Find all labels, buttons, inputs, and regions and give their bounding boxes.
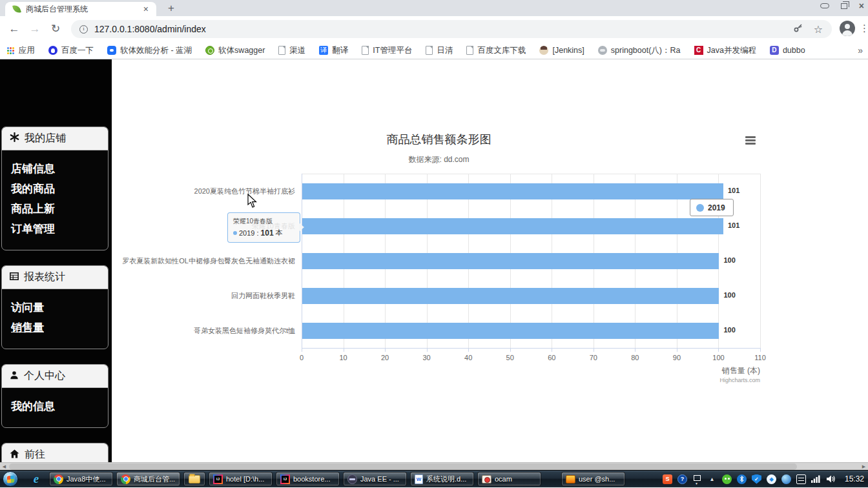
- sidebar-item[interactable]: 销售量: [11, 318, 99, 338]
- bar[interactable]: [302, 183, 723, 199]
- sidebar-item[interactable]: 访问量: [11, 298, 99, 318]
- signal-tray-icon[interactable]: [811, 474, 821, 484]
- browser-menu-icon[interactable]: ⋮: [860, 23, 868, 34]
- taskbar-button[interactable]: user @sh...: [561, 472, 625, 486]
- address-bar[interactable]: 127.0.0.1:8080/admin/index ☆: [71, 20, 832, 38]
- taskbar-button[interactable]: Java EE - ...: [343, 472, 407, 486]
- ie-icon[interactable]: e: [26, 472, 46, 486]
- sogou-tray-icon[interactable]: S: [663, 474, 672, 484]
- eclipse-icon: [347, 474, 357, 484]
- bookmarks-overflow-chevron[interactable]: »: [858, 45, 863, 56]
- bookmark-item[interactable]: 百度文库下载: [466, 45, 526, 56]
- chart-tooltip: 荣耀10青春版 2019: 101 本: [227, 212, 300, 243]
- windows-taskbar: eJava8中使...商城后台管...hotel [D:\h...booksto…: [0, 470, 868, 487]
- chart-legend[interactable]: 2019: [690, 199, 734, 216]
- help-tray-icon[interactable]: ?: [677, 474, 687, 484]
- bookmark-item[interactable]: IT管理平台: [362, 45, 412, 56]
- dubbo-icon: D: [770, 46, 779, 55]
- plot-top-border: [302, 174, 760, 174]
- taskbar-button[interactable]: Java8中使...: [49, 472, 113, 486]
- taskbar-button[interactable]: [183, 472, 205, 486]
- taskbar-button[interactable]: bookstore...: [276, 472, 340, 486]
- bookmark-item[interactable]: 百度一下: [48, 45, 94, 56]
- bar[interactable]: [302, 253, 719, 269]
- bar[interactable]: [302, 218, 723, 234]
- sidebar-item[interactable]: 订单管理: [11, 219, 99, 239]
- x-axis-tick-label: 30: [414, 354, 440, 361]
- clipboard-tray-icon[interactable]: [796, 474, 806, 484]
- start-button[interactable]: [3, 471, 18, 487]
- tooltip-category: 荣耀10青春版: [233, 217, 294, 226]
- category-label: 罗衣夏装新款知性OL中裙修身包臀灰色无袖通勤连衣裙: [113, 256, 295, 266]
- sidebar-item[interactable]: 我的商品: [11, 179, 99, 199]
- java-c-icon: C: [694, 46, 703, 55]
- password-key-icon[interactable]: [793, 23, 803, 36]
- window-restore-tray-icon[interactable]: [692, 474, 702, 484]
- sidebar-item[interactable]: 店铺信息: [11, 159, 99, 179]
- sidebar-item[interactable]: 我的信息: [11, 396, 99, 416]
- bookmark-item[interactable]: 应用: [6, 45, 35, 56]
- taskbar-button[interactable]: W系统说明.d...: [410, 472, 474, 486]
- bookmark-star-icon[interactable]: ☆: [814, 23, 823, 36]
- bookmark-item[interactable]: springboot(八)：Ra: [598, 45, 681, 56]
- volume-tray-icon[interactable]: [826, 474, 836, 484]
- taskbar-button[interactable]: 商城后台管...: [116, 472, 180, 486]
- browser-tab[interactable]: 商城后台管理系统 ×: [5, 2, 156, 16]
- section-header-label: 前往: [25, 448, 45, 462]
- section-header[interactable]: 前往: [2, 443, 108, 462]
- bookmark-item[interactable]: [Jenkins]: [539, 46, 584, 55]
- taskbar-button-label: ocam: [495, 475, 512, 483]
- url-text[interactable]: 127.0.0.1:8080/admin/index: [94, 24, 793, 34]
- section-header[interactable]: 报表统计: [2, 266, 108, 289]
- bluetooth-tray-icon[interactable]: [737, 474, 747, 484]
- bookmark-item[interactable]: 软体效能分析 - 蓝湖: [107, 45, 192, 56]
- diamond-tray-icon[interactable]: ◆: [767, 474, 776, 484]
- x-axis-tick-label: 20: [372, 354, 398, 361]
- section-header-label: 报表统计: [24, 270, 65, 284]
- site-info-icon[interactable]: [79, 25, 88, 34]
- shield-tray-icon[interactable]: ✓: [752, 474, 761, 484]
- section-header[interactable]: 个人中心: [2, 365, 108, 388]
- mouse-cursor: [247, 194, 258, 211]
- window-maximize-button[interactable]: [841, 3, 847, 9]
- bookmark-item[interactable]: 渠道: [278, 45, 305, 56]
- sidebar: 我的店铺店铺信息我的商品商品上新订单管理报表统计访问量销售量个人中心我的信息前往: [0, 59, 112, 462]
- forward-button[interactable]: →: [27, 21, 43, 37]
- taskbar-clock[interactable]: 15:32: [845, 474, 864, 483]
- chart-context-menu-icon[interactable]: [743, 135, 759, 148]
- window-minimize-button[interactable]: [820, 3, 829, 8]
- orb-tray-icon[interactable]: [781, 474, 791, 484]
- up-arrow-tray-icon[interactable]: ▲: [707, 474, 717, 484]
- new-tab-button[interactable]: +: [163, 2, 180, 15]
- window-close-button[interactable]: ×: [859, 2, 864, 10]
- bookmark-item[interactable]: Ddubbo: [770, 46, 805, 55]
- horizontal-scrollbar[interactable]: ◀ ▶: [0, 462, 868, 470]
- taskbar-button[interactable]: hotel [D:\h...: [209, 472, 273, 486]
- taskbar-button-label: Java8中使...: [67, 474, 106, 484]
- x-axis-tick-label: 80: [622, 354, 648, 361]
- reload-button[interactable]: ↻: [48, 21, 63, 37]
- bookmark-item[interactable]: 日清: [426, 45, 453, 56]
- springboot-icon: [598, 46, 607, 55]
- x-axis-tick-label: 100: [705, 354, 731, 361]
- tab-close-icon[interactable]: ×: [141, 4, 151, 14]
- back-button[interactable]: ←: [6, 21, 22, 37]
- securecrt-icon: [566, 475, 575, 483]
- bookmark-item[interactable]: 译翻译: [319, 45, 348, 56]
- section-header[interactable]: 我的店铺: [2, 127, 108, 150]
- bookmarks-bar: 应用百度一下软体效能分析 - 蓝湖软体swagger渠道译翻译IT管理平台日清百…: [0, 42, 868, 59]
- highcharts-credit[interactable]: Highcharts.com: [719, 377, 760, 383]
- bar[interactable]: [302, 323, 719, 339]
- profile-avatar[interactable]: [840, 21, 855, 36]
- person-icon: [10, 371, 19, 382]
- bookmark-item[interactable]: CJava并发编程: [694, 45, 756, 56]
- baidu-icon: [48, 46, 57, 55]
- taskbar-button[interactable]: ocam: [477, 472, 541, 486]
- wechat-tray-icon[interactable]: [722, 474, 732, 484]
- bookmark-item[interactable]: 软体swagger: [205, 45, 265, 56]
- bar[interactable]: [302, 288, 719, 304]
- chrome-icon: [54, 474, 63, 484]
- scrollbar-thumb[interactable]: [9, 463, 797, 470]
- sidebar-item[interactable]: 商品上新: [11, 199, 99, 219]
- bookmark-label: 软体效能分析 - 蓝湖: [120, 45, 192, 56]
